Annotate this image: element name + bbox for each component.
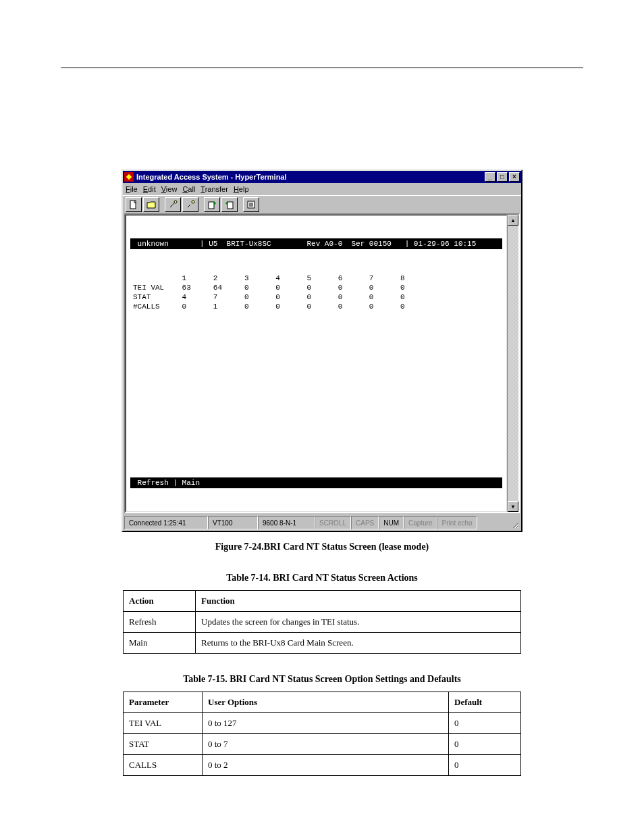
terminal-row-tei: TEI VAL 63 64 0 0 0 0 0 0 (133, 284, 405, 292)
table-header-function: Function (196, 591, 521, 612)
menu-edit[interactable]: Edit (143, 185, 156, 193)
table-row: Refresh Updates the screen for changes i… (124, 612, 521, 633)
table-row: CALLS 0 to 2 0 (124, 755, 521, 776)
window-title: Integrated Access System - HyperTerminal (136, 173, 483, 181)
table-header-action: Action (124, 591, 196, 612)
close-button[interactable]: × (509, 172, 520, 182)
terminal-text: unknown | U5 BRIT-Ux8SC Rev A0-0 Ser 001… (130, 219, 502, 507)
menu-transfer[interactable]: Transfer (200, 185, 228, 193)
figure-caption: Figure 7-24.BRI Card NT Status Screen (l… (215, 542, 429, 552)
table-row: TEI VAL 0 to 127 0 (124, 713, 521, 734)
status-emulation: VT100 (208, 516, 258, 529)
table-row: Parameter User Options Default (124, 692, 521, 713)
open-folder-icon[interactable] (143, 197, 159, 212)
scroll-up-button[interactable]: ▲ (508, 215, 518, 226)
table-header-parameter: Parameter (124, 692, 203, 713)
menu-help[interactable]: Help (234, 185, 249, 193)
table-row: Action Function (124, 591, 521, 612)
menubar: File Edit View Call Transfer Help (123, 183, 521, 195)
status-capture: Capture (404, 516, 437, 529)
table-row: STAT 0 to 7 0 (124, 734, 521, 755)
svg-point-2 (192, 201, 194, 203)
connect-icon[interactable] (165, 197, 181, 212)
terminal-col-header: 1 2 3 4 5 6 7 8 (133, 274, 405, 282)
actions-table: Action Function Refresh Updates the scre… (123, 590, 521, 654)
properties-icon[interactable] (243, 197, 259, 212)
page: Integrated Access System - HyperTerminal… (0, 0, 644, 834)
send-icon[interactable] (204, 197, 220, 212)
table-header-default: Default (449, 692, 521, 713)
figure-block: Integrated Access System - HyperTerminal… (61, 170, 583, 552)
status-echo: Print echo (437, 516, 477, 529)
status-num: NUM (379, 516, 404, 529)
svg-rect-0 (130, 201, 136, 209)
status-connection: Connected 1:25:41 (124, 516, 208, 529)
table-cell: Main (124, 633, 196, 654)
maximize-button[interactable]: □ (497, 172, 508, 182)
table-cell: 0 (449, 734, 521, 755)
scroll-down-button[interactable]: ▼ (508, 501, 518, 512)
table-cell: CALLS (124, 755, 203, 776)
app-window: Integrated Access System - HyperTerminal… (122, 170, 522, 532)
resize-grip-icon[interactable] (509, 516, 520, 529)
svg-point-1 (174, 201, 177, 203)
status-scroll: SCROLL (315, 516, 351, 529)
statusbar: Connected 1:25:41 VT100 9600 8-N-1 SCROL… (123, 515, 521, 531)
terminal-row-stat: STAT 4 7 0 0 0 0 0 0 (133, 293, 405, 301)
terminal-header-line: unknown | U5 BRIT-Ux8SC Rev A0-0 Ser 001… (130, 238, 502, 249)
table-cell: Returns to the BRI-Ux8 Card Main Screen. (196, 633, 521, 654)
table-header-user-options: User Options (203, 692, 449, 713)
new-doc-icon[interactable] (126, 197, 142, 212)
terminal-body: 1 2 3 4 5 6 7 8 TEI VAL 63 64 0 0 0 0 0 … (130, 271, 502, 452)
menu-file[interactable]: File (126, 185, 138, 193)
table-cell: TEI VAL (124, 713, 203, 734)
terminal-frame: unknown | U5 BRIT-Ux8SC Rev A0-0 Ser 001… (124, 213, 520, 513)
table-cell: Refresh (124, 612, 196, 633)
titlebar[interactable]: Integrated Access System - HyperTerminal… (123, 171, 521, 183)
table-cell: STAT (124, 734, 203, 755)
status-params: 9600 8-N-1 (258, 516, 315, 529)
table-cell: 0 (449, 713, 521, 734)
table1-caption: Table 7-14. BRI Card NT Status Screen Ac… (122, 573, 522, 583)
table2-caption: Table 7-15. BRI Card NT Status Screen Op… (122, 674, 522, 685)
header-rule (61, 68, 583, 68)
table-cell: 0 to 2 (203, 755, 449, 776)
menu-view[interactable]: View (161, 185, 178, 193)
vertical-scrollbar[interactable]: ▲ ▼ (507, 215, 518, 512)
terminal-row-calls: #CALLS 0 1 0 0 0 0 0 0 (133, 303, 405, 311)
terminal[interactable]: unknown | U5 BRIT-Ux8SC Rev A0-0 Ser 001… (126, 215, 507, 512)
toolbar (123, 195, 521, 213)
disconnect-icon[interactable] (182, 197, 198, 212)
table-cell: Updates the screen for changes in TEI st… (196, 612, 521, 633)
terminal-footer-line: Refresh | Main (130, 477, 502, 488)
menu-call[interactable]: Call (182, 185, 195, 193)
scroll-track[interactable] (508, 226, 518, 501)
svg-rect-4 (227, 202, 233, 209)
table-cell: 0 to 7 (203, 734, 449, 755)
receive-icon[interactable] (221, 197, 238, 212)
minimize-button[interactable]: _ (485, 172, 495, 182)
status-caps: CAPS (351, 516, 379, 529)
table-row: Main Returns to the BRI-Ux8 Card Main Sc… (124, 633, 521, 654)
svg-rect-3 (209, 202, 214, 209)
table-cell: 0 (449, 755, 521, 776)
table-cell: 0 to 127 (203, 713, 449, 734)
options-table: Parameter User Options Default TEI VAL 0… (123, 692, 521, 776)
app-icon (124, 172, 134, 182)
